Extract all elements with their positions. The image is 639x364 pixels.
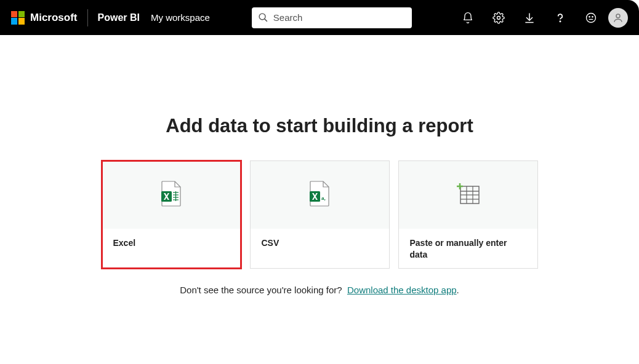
svg-point-2 xyxy=(497,16,500,19)
svg-point-4 xyxy=(587,13,596,22)
footer-prompt: Don't see the source you're looking for? xyxy=(180,285,342,295)
footer-text: Don't see the source you're looking for?… xyxy=(180,285,459,295)
excel-file-icon xyxy=(160,181,182,209)
feedback-icon[interactable] xyxy=(585,12,597,24)
svg-text:a,: a, xyxy=(321,195,326,201)
card-visual xyxy=(102,161,241,229)
svg-point-3 xyxy=(560,21,560,22)
table-plus-icon xyxy=(456,181,480,208)
search-input[interactable] xyxy=(273,12,406,23)
data-source-cards: Excel a, CSV xyxy=(102,160,538,269)
app-name[interactable]: Power BI xyxy=(98,12,140,23)
svg-point-0 xyxy=(259,14,265,20)
csv-file-icon: a, xyxy=(308,181,331,209)
card-excel[interactable]: Excel xyxy=(102,160,241,269)
card-label: Excel xyxy=(102,229,241,249)
card-csv[interactable]: a, CSV xyxy=(250,160,390,269)
brand-text: Microsoft xyxy=(30,12,78,24)
search-icon xyxy=(258,12,268,23)
download-icon[interactable] xyxy=(523,12,536,24)
user-avatar[interactable] xyxy=(608,8,628,28)
main-content: Add data to start building a report xyxy=(0,35,639,295)
microsoft-squares-icon xyxy=(11,11,25,25)
header-actions xyxy=(462,12,597,24)
search-box[interactable] xyxy=(252,7,412,28)
card-visual xyxy=(399,161,537,229)
svg-point-6 xyxy=(592,16,593,17)
page-title: Add data to start building a report xyxy=(166,115,473,137)
microsoft-logo[interactable]: Microsoft xyxy=(11,11,78,25)
app-header: Microsoft Power BI My workspace xyxy=(0,0,639,35)
svg-point-5 xyxy=(589,16,590,17)
settings-icon[interactable] xyxy=(492,12,505,24)
card-visual: a, xyxy=(251,161,389,229)
svg-point-7 xyxy=(616,14,620,18)
card-label: Paste or manually enter data xyxy=(399,229,537,261)
workspace-name[interactable]: My workspace xyxy=(151,12,210,23)
download-desktop-link[interactable]: Download the desktop app xyxy=(347,285,457,295)
card-label: CSV xyxy=(251,229,389,249)
svg-line-1 xyxy=(264,19,267,22)
notifications-icon[interactable] xyxy=(462,12,474,24)
card-manual[interactable]: Paste or manually enter data xyxy=(398,160,538,269)
footer-period: . xyxy=(457,285,459,295)
header-divider xyxy=(87,9,88,26)
help-icon[interactable] xyxy=(554,12,566,24)
